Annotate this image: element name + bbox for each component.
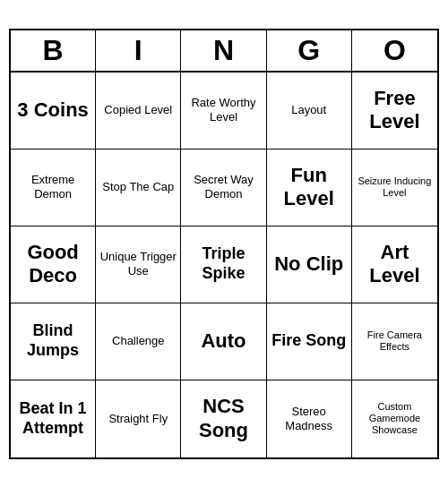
bingo-cell: Layout <box>267 73 352 150</box>
bingo-header: BINGO <box>11 30 437 73</box>
bingo-cell: Auto <box>181 303 266 380</box>
bingo-header-letter: G <box>267 30 352 71</box>
bingo-cell: Challenge <box>96 303 181 380</box>
bingo-cell: NCS Song <box>181 380 266 457</box>
bingo-cell: Beat In 1 Attempt <box>11 380 96 457</box>
bingo-grid: 3 CoinsCopied LevelRate Worthy LevelLayo… <box>11 73 437 457</box>
bingo-header-letter: I <box>96 30 181 71</box>
bingo-header-letter: N <box>181 30 266 71</box>
bingo-cell: Free Level <box>352 73 437 150</box>
bingo-cell: Stereo Madness <box>267 380 352 457</box>
bingo-cell: Fire Camera Effects <box>352 303 437 380</box>
bingo-cell: Straight Fly <box>96 380 181 457</box>
bingo-cell: Custom Gamemode Showcase <box>352 380 437 457</box>
bingo-header-letter: O <box>352 30 437 71</box>
bingo-cell: Fun Level <box>267 150 352 226</box>
bingo-cell: Secret Way Demon <box>181 150 266 226</box>
bingo-cell: No Clip <box>267 226 352 303</box>
bingo-cell: Fire Song <box>267 303 352 380</box>
bingo-cell: 3 Coins <box>11 73 96 150</box>
bingo-cell: Unique Trigger Use <box>96 226 181 303</box>
bingo-cell: Triple Spike <box>181 226 266 303</box>
bingo-cell: Art Level <box>352 226 437 303</box>
bingo-cell: Copied Level <box>96 73 181 150</box>
bingo-cell: Stop The Cap <box>96 150 181 226</box>
bingo-cell: Blind Jumps <box>11 303 96 380</box>
bingo-header-letter: B <box>11 30 96 71</box>
bingo-cell: Rate Worthy Level <box>181 73 266 150</box>
bingo-cell: Seizure Inducing Level <box>352 150 437 226</box>
bingo-card: BINGO 3 CoinsCopied LevelRate Worthy Lev… <box>9 29 439 459</box>
bingo-cell: Extreme Demon <box>11 150 96 226</box>
bingo-cell: Good Deco <box>11 226 96 303</box>
